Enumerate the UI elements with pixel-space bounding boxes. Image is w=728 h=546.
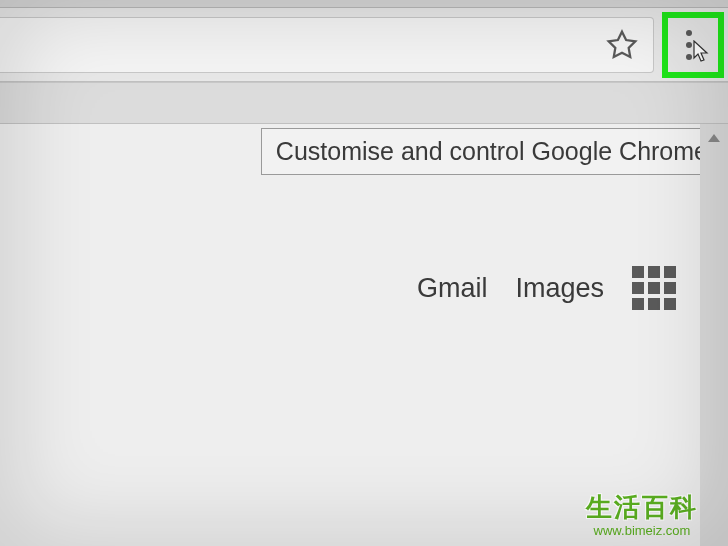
watermark-url: www.bimeiz.com — [586, 523, 698, 538]
address-bar[interactable] — [0, 17, 654, 73]
google-nav-links: Gmail Images — [417, 266, 676, 310]
kebab-menu-icon[interactable] — [686, 30, 692, 60]
page-content — [0, 124, 700, 546]
images-link[interactable]: Images — [515, 273, 604, 304]
tab-strip — [0, 0, 728, 8]
bookmarks-bar — [0, 82, 728, 124]
mouse-cursor-icon — [693, 40, 713, 66]
scroll-up-icon[interactable] — [700, 124, 728, 152]
watermark: 生活百科 www.bimeiz.com — [586, 490, 698, 538]
svg-marker-0 — [609, 31, 636, 56]
apps-grid-icon[interactable] — [632, 266, 676, 310]
watermark-text: 生活百科 — [586, 490, 698, 525]
toolbar-row — [0, 8, 728, 82]
vertical-scrollbar[interactable] — [700, 124, 728, 546]
menu-tooltip: Customise and control Google Chrome — [261, 128, 723, 175]
gmail-link[interactable]: Gmail — [417, 273, 488, 304]
bookmark-star-icon[interactable] — [605, 28, 639, 62]
chrome-menu-button-highlight — [662, 12, 724, 78]
